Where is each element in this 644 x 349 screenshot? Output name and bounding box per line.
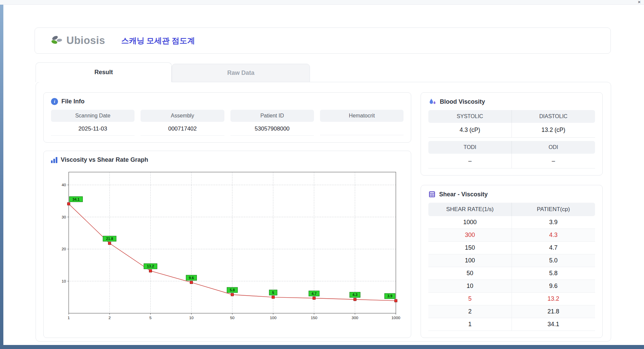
svg-text:13.2: 13.2 xyxy=(147,264,154,268)
patient-viscosity-value: 9.6 xyxy=(512,280,595,293)
svg-text:30: 30 xyxy=(62,215,66,219)
bv-values-row-1: 4.3 (cP) 13.2 (cP) xyxy=(428,123,595,138)
svg-text:5: 5 xyxy=(149,315,152,320)
svg-text:300: 300 xyxy=(352,315,358,320)
blood-viscosity-card: Blood Viscosity SYSTOLIC DIASTOLIC 4.3 (… xyxy=(421,92,603,176)
svg-text:21.8: 21.8 xyxy=(106,237,113,241)
patient-viscosity-value: 21.8 xyxy=(512,305,595,318)
graph-title: Viscosity vs Shear Rate Graph xyxy=(61,156,148,163)
logo-leaf-icon xyxy=(50,35,64,47)
svg-text:9.6: 9.6 xyxy=(189,276,194,280)
svg-text:5: 5 xyxy=(272,291,274,295)
blood-viscosity-title: Blood Viscosity xyxy=(440,98,485,105)
shear-table-row: 10003.9 xyxy=(428,216,595,229)
field-scanning-date: Scanning Date 2025-11-03 xyxy=(51,110,135,136)
bv-label-todi: TODI xyxy=(428,141,512,154)
viscosity-chart: 102030401251050100150300100034.121.813.2… xyxy=(51,168,404,323)
shear-rate-value: 10 xyxy=(428,280,512,293)
field-value: 000717402 xyxy=(141,122,224,136)
shear-rate-value: 100 xyxy=(428,254,512,267)
svg-text:4.7: 4.7 xyxy=(312,292,317,296)
logo-text: Ubiosis xyxy=(66,35,105,47)
field-value: 2025-11-03 xyxy=(51,122,135,136)
shear-rate-value: 1 xyxy=(428,318,512,331)
svg-text:2: 2 xyxy=(108,315,111,320)
shear-table-row: 221.8 xyxy=(428,305,595,318)
svg-text:34.1: 34.1 xyxy=(72,197,79,201)
shear-rate-value: 50 xyxy=(428,267,512,280)
svg-text:5.8: 5.8 xyxy=(230,288,235,292)
shear-table-row: 1005.0 xyxy=(428,254,595,267)
field-patient-id: Patient ID 53057908000 xyxy=(230,110,314,136)
shear-rate-value: 300 xyxy=(428,229,512,242)
svg-text:1: 1 xyxy=(68,315,70,320)
main-panel: i File Info Scanning Date 2025-11-03 Ass… xyxy=(36,82,611,342)
shear-table-row: 513.2 xyxy=(428,293,595,305)
file-info-card: i File Info Scanning Date 2025-11-03 Ass… xyxy=(43,92,411,143)
shear-table-header: SHEAR RATE(1/s) PATIENT(cp) xyxy=(428,203,595,216)
patient-viscosity-value: 4.3 xyxy=(512,229,595,242)
file-info-title: File Info xyxy=(61,98,85,105)
svg-text:4.3: 4.3 xyxy=(353,293,358,297)
shear-rate-value: 2 xyxy=(428,305,512,318)
svg-text:20: 20 xyxy=(62,247,66,251)
graph-card: Viscosity vs Shear Rate Graph 1020304012… xyxy=(43,151,411,338)
chart-area: 102030401251050100150300100034.121.813.2… xyxy=(51,168,404,323)
bv-header-row-1: SYSTOLIC DIASTOLIC xyxy=(428,110,595,123)
field-value xyxy=(320,122,404,135)
droplet-icon xyxy=(428,98,436,105)
field-label: Hematocrit xyxy=(320,110,404,122)
bar-chart-icon xyxy=(51,157,57,163)
bv-value-systolic: 4.3 (cP) xyxy=(428,123,512,137)
bv-value-odi: – xyxy=(512,154,595,168)
bv-values-row-2: – – xyxy=(428,154,595,168)
close-icon[interactable]: × xyxy=(638,0,641,5)
bv-header-row-2: TODI ODI xyxy=(428,141,595,154)
patient-viscosity-value: 13.2 xyxy=(512,293,595,305)
patient-viscosity-value: 3.9 xyxy=(512,216,595,229)
info-icon: i xyxy=(51,98,58,105)
patient-viscosity-value: 5.8 xyxy=(512,267,595,280)
svg-text:40: 40 xyxy=(62,183,66,187)
header-card: Ubiosis 스캐닝 모세관 점도계 xyxy=(35,28,611,54)
bv-label-odi: ODI xyxy=(512,141,595,154)
bv-label-diastolic: DIASTOLIC xyxy=(512,110,595,123)
shear-viscosity-card: Shear - Viscosity SHEAR RATE(1/s) PATIEN… xyxy=(421,185,603,338)
field-label: Assembly xyxy=(141,110,224,122)
patient-column-header: PATIENT(cp) xyxy=(512,203,595,216)
left-column: i File Info Scanning Date 2025-11-03 Ass… xyxy=(43,92,411,338)
window-titlebar: × xyxy=(0,0,644,5)
bv-value-todi: – xyxy=(428,154,512,168)
file-info-title-row: i File Info xyxy=(51,98,404,105)
table-icon xyxy=(428,191,436,198)
shear-table-row: 3004.3 xyxy=(428,229,595,242)
shear-table-row: 134.1 xyxy=(428,318,595,331)
blood-viscosity-title-row: Blood Viscosity xyxy=(428,98,595,105)
field-assembly: Assembly 000717402 xyxy=(141,110,224,136)
tab-result[interactable]: Result xyxy=(36,62,172,82)
svg-text:150: 150 xyxy=(311,315,317,320)
shear-rate-column-header: SHEAR RATE(1/s) xyxy=(428,203,512,216)
svg-text:50: 50 xyxy=(230,315,235,320)
right-column: Blood Viscosity SYSTOLIC DIASTOLIC 4.3 (… xyxy=(421,92,603,338)
svg-text:1000: 1000 xyxy=(391,315,400,320)
shear-table-row: 1504.7 xyxy=(428,242,595,254)
graph-title-row: Viscosity vs Shear Rate Graph xyxy=(51,156,404,163)
shear-table-row: 505.8 xyxy=(428,267,595,280)
svg-text:10: 10 xyxy=(62,279,66,284)
field-value: 53057908000 xyxy=(230,122,314,136)
bv-label-systolic: SYSTOLIC xyxy=(428,110,512,123)
app-window: Ubiosis 스캐닝 모세관 점도계 Result Raw Data i Fi… xyxy=(3,5,644,345)
svg-text:10: 10 xyxy=(189,315,194,320)
shear-title-row: Shear - Viscosity xyxy=(428,191,595,198)
shear-table-body: 10003.93004.31504.71005.0505.8109.6513.2… xyxy=(428,216,595,331)
field-label: Patient ID xyxy=(230,110,314,122)
bv-value-diastolic: 13.2 (cP) xyxy=(512,123,595,137)
svg-text:100: 100 xyxy=(270,315,277,320)
page-title: 스캐닝 모세관 점도계 xyxy=(121,36,195,46)
shear-rate-value: 1000 xyxy=(428,216,512,229)
patient-viscosity-value: 4.7 xyxy=(512,242,595,254)
tab-raw-data[interactable]: Raw Data xyxy=(172,64,310,82)
tab-bar: Result Raw Data xyxy=(36,62,310,82)
shear-rate-value: 5 xyxy=(428,293,512,305)
